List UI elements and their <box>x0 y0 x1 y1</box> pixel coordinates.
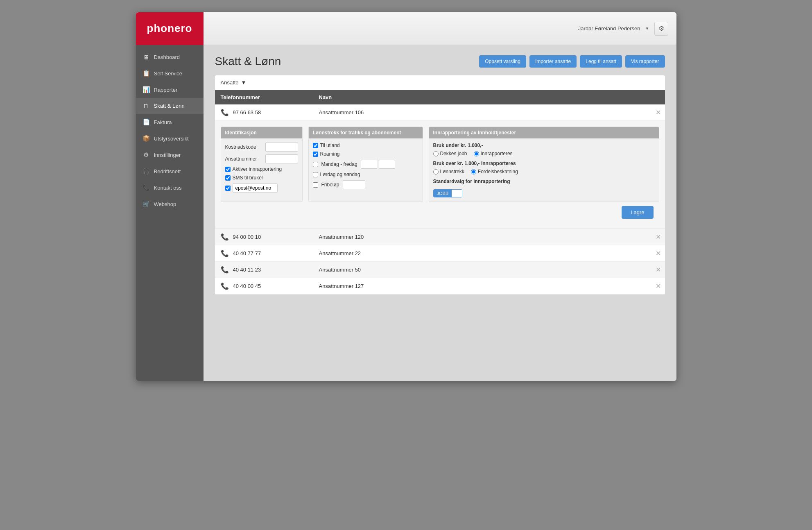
phone-icon-3: 📞 <box>221 249 229 257</box>
utstyrsoversikt-icon: 📦 <box>142 135 150 142</box>
remove-button-3[interactable]: ✕ <box>651 248 665 259</box>
roaming-checkbox[interactable] <box>313 152 318 157</box>
importer-ansatte-button[interactable]: Importer ansatte <box>529 55 577 68</box>
table-row: 📞 97 66 63 58 Ansattnummer 106 ✕ Identif… <box>215 104 665 229</box>
aktiver-innrapportering-label: Aktiver innrapportering <box>233 166 282 172</box>
sidebar-label-innstillinger: Innstillinger <box>154 152 181 158</box>
mandag-fredag-row: Mandag - fredag <box>313 160 418 169</box>
jobb-toggle: JOBB <box>433 189 463 197</box>
kostnadskode-row: Kostnadskode <box>225 143 298 152</box>
name-cell-1: Ansattnummer 106 <box>313 105 651 120</box>
aktiver-innrapportering-row: Aktiver innrapportering <box>225 166 298 172</box>
jobb-active-label[interactable]: JOBB <box>434 190 452 197</box>
vis-rapporter-button[interactable]: Vis rapporter <box>625 55 665 68</box>
phone-number-5: 40 40 00 45 <box>233 283 261 289</box>
sidebar-item-self-service[interactable]: 📋 Self Service <box>136 65 204 82</box>
sms-til-bruker-label: SMS til bruker <box>233 175 263 181</box>
sidebar-label-kontakt-oss: Kontakt oss <box>154 185 182 191</box>
employee-row-5[interactable]: 📞 40 40 00 45 Ansattnummer 127 ✕ <box>215 278 665 294</box>
legg-til-ansatt-button[interactable]: Legg til ansatt <box>580 55 622 68</box>
employee-row-3[interactable]: 📞 40 40 77 77 Ansattnummer 22 ✕ <box>215 245 665 262</box>
fordeldsbeskatning-option[interactable]: Fordelsbeskatning <box>471 169 518 174</box>
remove-button-1[interactable]: ✕ <box>651 107 665 118</box>
faktura-icon: 📄 <box>142 118 150 126</box>
remove-button-4[interactable]: ✕ <box>651 264 665 275</box>
main-layout: 🖥 Dashboard 📋 Self Service 📊 Rapporter 🗒… <box>136 45 676 381</box>
logo-area: phonero <box>136 12 204 45</box>
name-cell-2: Ansattnummer 120 <box>313 230 651 244</box>
employee-row-1[interactable]: 📞 97 66 63 58 Ansattnummer 106 ✕ <box>215 104 665 121</box>
sidebar-item-bedriftsnett[interactable]: 🎧 Bedriftsnett <box>136 163 204 179</box>
sidebar-label-utstyrsoversikt: Utstyrsoversikt <box>154 136 189 142</box>
bruk-over-radio-row: Lønnstrekk Fordelsbeskatning <box>433 169 655 174</box>
lonnsrekk-option[interactable]: Lønnstrekk <box>433 169 464 174</box>
phone-icon-1: 📞 <box>221 109 229 116</box>
user-dropdown-arrow[interactable]: ▼ <box>645 26 649 31</box>
lonnsrekk-label: Lønnstrekk <box>440 169 464 174</box>
name-cell-5: Ansattnummer 127 <box>313 279 651 293</box>
email-input[interactable] <box>233 183 278 193</box>
sidebar-item-kontakt-oss[interactable]: 📞 Kontakt oss <box>136 179 204 196</box>
ansatte-dropdown-button[interactable]: Ansatte ▼ <box>221 79 247 86</box>
mandag-from-input[interactable] <box>361 160 377 169</box>
sidebar-item-rapporter[interactable]: 📊 Rapporter <box>136 82 204 98</box>
sms-til-bruker-checkbox[interactable] <box>225 175 231 181</box>
phone-number-1: 97 66 63 58 <box>233 109 261 116</box>
ansattnummer-input[interactable] <box>265 154 298 163</box>
innrapporteres-1-radio[interactable] <box>474 151 479 156</box>
fordeldsbeskatning-radio[interactable] <box>471 169 476 174</box>
oppsett-varsling-button[interactable]: Oppsett varsling <box>479 55 526 68</box>
sidebar-label-bedriftsnett: Bedriftsnett <box>154 168 181 174</box>
phone-icon-4: 📞 <box>221 266 229 274</box>
email-checkbox[interactable] <box>225 186 231 191</box>
identifikasjon-section: Identifikasjon Kostnadskode Ansattnummer <box>221 127 303 202</box>
innrapporteres-1-option[interactable]: Innrapporteres <box>474 151 513 156</box>
identifikasjon-title: Identifikasjon <box>221 127 302 138</box>
lonnsrekk-content: Til utland Roaming Mandag - fredag <box>309 138 423 196</box>
lagre-button[interactable]: Lagre <box>622 206 653 219</box>
fordeldsbeskatning-label: Fordelsbeskatning <box>478 169 518 174</box>
lordag-sondag-checkbox[interactable] <box>313 172 318 177</box>
employee-row-4[interactable]: 📞 40 40 11 23 Ansattnummer 50 ✕ <box>215 262 665 278</box>
lordag-sondag-row: Lørdag og søndag <box>313 172 418 177</box>
col-header-telefon: Telefonnummer <box>215 90 313 104</box>
self-service-icon: 📋 <box>142 70 150 77</box>
fribelop-input[interactable] <box>343 180 365 189</box>
innstillinger-icon: ⚙ <box>142 151 150 159</box>
mandag-to-input[interactable] <box>379 160 395 169</box>
sidebar: 🖥 Dashboard 📋 Self Service 📊 Rapporter 🗒… <box>136 45 204 381</box>
lonnsrekk-radio[interactable] <box>433 169 439 174</box>
aktiver-innrapportering-checkbox[interactable] <box>225 167 231 172</box>
sidebar-item-dashboard[interactable]: 🖥 Dashboard <box>136 49 204 65</box>
kontakt-oss-icon: 📞 <box>142 184 150 191</box>
skatt-lonn-icon: 🗒 <box>142 102 150 109</box>
dekkes-jobb-option[interactable]: Dekkes jobb <box>433 151 467 156</box>
jobb-inactive-label[interactable] <box>452 190 462 197</box>
remove-button-5[interactable]: ✕ <box>651 281 665 292</box>
table-header: Telefonnummer Navn <box>215 90 665 104</box>
phone-cell-2: 📞 94 00 00 10 <box>215 229 313 245</box>
dekkes-jobb-radio[interactable] <box>433 151 439 156</box>
sidebar-item-faktura[interactable]: 📄 Faktura <box>136 114 204 130</box>
app-header: phonero Jardar Føreland Pedersen ▼ ⚙ <box>136 12 676 45</box>
page-header: Skatt & Lønn Oppsett varsling Importer a… <box>215 55 665 68</box>
settings-gear-button[interactable]: ⚙ <box>654 22 668 36</box>
remove-button-2[interactable]: ✕ <box>651 231 665 242</box>
sidebar-item-webshop[interactable]: 🛒 Webshop <box>136 196 204 212</box>
expanded-inner: Identifikasjon Kostnadskode Ansattnummer <box>221 127 659 202</box>
innrapporteres-1-label: Innrapporteres <box>481 151 513 156</box>
sidebar-label-webshop: Webshop <box>154 201 176 207</box>
mandag-fredag-checkbox[interactable] <box>313 162 318 167</box>
ansattnummer-row: Ansattnummer <box>225 154 298 163</box>
sidebar-label-rapporter: Rapporter <box>154 87 178 93</box>
sidebar-label-dashboard: Dashboard <box>154 54 180 60</box>
fribelop-checkbox[interactable] <box>313 182 318 188</box>
sidebar-item-skatt-lonn[interactable]: 🗒 Skatt & Lønn <box>136 98 204 114</box>
employee-row-2[interactable]: 📞 94 00 00 10 Ansattnummer 120 ✕ <box>215 229 665 245</box>
til-utland-checkbox[interactable] <box>313 143 318 148</box>
sidebar-item-utstyrsoversikt[interactable]: 📦 Utstyrsoversikt <box>136 130 204 147</box>
sidebar-item-innstillinger[interactable]: ⚙ Innstillinger <box>136 147 204 163</box>
name-cell-3: Ansattnummer 22 <box>313 246 651 260</box>
kostnadskode-input[interactable] <box>265 143 298 152</box>
roaming-label: Roaming <box>320 151 340 157</box>
